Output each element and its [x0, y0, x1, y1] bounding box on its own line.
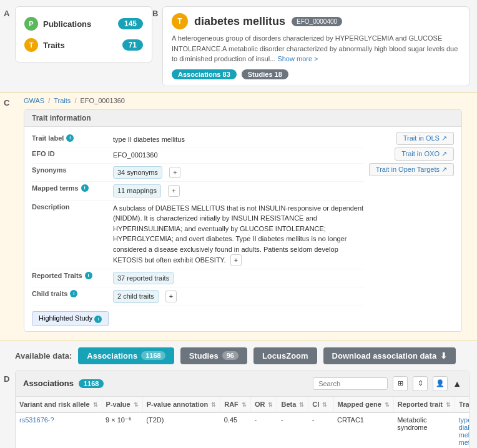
description-row: Description A subclass of DIABETES MELLI…: [32, 201, 364, 269]
cell-beta: -: [277, 412, 308, 449]
section-a-label: A: [4, 9, 9, 18]
traits-icon: T: [24, 38, 38, 52]
synonyms-val: 34 synonyms +: [113, 166, 364, 179]
columns-icon[interactable]: ⇕: [413, 376, 428, 391]
studies-button[interactable]: Studies 96: [180, 347, 247, 364]
publications-icon: P: [24, 17, 38, 31]
studies-btn-count: 96: [222, 351, 238, 360]
child-traits-row: Child traits i 2 child traits +: [32, 287, 364, 306]
col-mapped-gene[interactable]: Mapped gene ⇅: [333, 397, 393, 412]
reported-traits-info[interactable]: i: [85, 272, 92, 279]
ols-button[interactable]: Trait in OLS ↗: [396, 132, 454, 145]
publications-row: P Publications 145: [24, 13, 143, 34]
associations-title-text: Associations: [23, 379, 74, 388]
trait-label-val: type II diabetes mellitus: [113, 134, 364, 145]
available-data-label: Available data:: [15, 351, 72, 361]
studies-tag[interactable]: Studies 18: [242, 69, 288, 79]
mapped-terms-row: Mapped terms i 11 mappings +: [32, 182, 364, 201]
description-plus[interactable]: +: [230, 254, 242, 266]
associations-btn-count: 1168: [141, 351, 165, 360]
traits-row: T Traits 71: [24, 34, 143, 56]
search-input[interactable]: [313, 377, 388, 390]
locus-zoom-label: LocusZoom: [262, 351, 308, 361]
show-more-link[interactable]: Show more >: [277, 55, 318, 62]
cell-raf: 0.45: [220, 412, 251, 449]
publications-count: 145: [118, 18, 143, 29]
cell-pval-annot: (T2D): [142, 412, 220, 449]
cell-or: -: [250, 412, 277, 449]
grid-view-icon[interactable]: ⊞: [393, 376, 408, 391]
child-traits-plus[interactable]: +: [165, 291, 177, 302]
mappings-badge[interactable]: 11 mappings: [113, 184, 161, 197]
col-traits[interactable]: Trait(s) ⇅: [455, 397, 469, 412]
disease-name: diabetes mellitus: [194, 15, 285, 28]
reported-traits-val: 37 reported traits: [113, 272, 364, 285]
locus-zoom-button[interactable]: LocusZoom: [253, 347, 317, 364]
mappings-plus[interactable]: +: [168, 185, 179, 197]
settings-icon[interactable]: 👤: [433, 376, 448, 391]
download-label: Download association data: [332, 351, 437, 361]
cell-pvalue: 9 × 10⁻⁶: [102, 412, 142, 449]
breadcrumb: GWAS / Traits / EFO_0001360: [24, 97, 462, 104]
disease-icon: T: [172, 13, 188, 29]
open-targets-button[interactable]: Trait in Open Targets ↗: [369, 163, 454, 176]
breadcrumb-traits[interactable]: Traits: [54, 97, 71, 104]
table-row: rs531676-?9 × 10⁻⁶(T2D)0.45---CRTAC1Meta…: [16, 412, 469, 449]
child-traits-badge[interactable]: 2 child traits: [113, 290, 159, 303]
associations-tag[interactable]: Associations 83: [172, 69, 237, 79]
col-ci[interactable]: CI ⇅: [308, 397, 333, 412]
associations-title: Associations 1168: [23, 379, 104, 388]
associations-button[interactable]: Associations 1168: [78, 347, 174, 364]
collapse-button[interactable]: ▲: [453, 379, 461, 389]
traits-count: 71: [122, 39, 143, 51]
col-beta[interactable]: Beta ⇅: [277, 397, 308, 412]
cell-variant[interactable]: rs531676-?: [16, 412, 102, 449]
trait-info-header: Trait information: [24, 110, 461, 127]
studies-btn-label: Studies: [189, 351, 219, 361]
trait-label-info[interactable]: i: [66, 134, 74, 142]
cell-traits[interactable]: type ii diabetes mellitus, metabolic syn…: [455, 412, 469, 449]
section-d-label: D: [4, 374, 9, 384]
efo-id-row: EFO ID EFO_0001360: [32, 147, 364, 164]
reported-traits-row: Reported Traits i 37 reported traits: [32, 269, 364, 288]
col-pval-annot[interactable]: P-value annotation ⇅: [142, 397, 220, 412]
highlighted-study-info[interactable]: i: [94, 316, 102, 323]
child-traits-val: 2 child traits +: [113, 290, 364, 303]
trait-label-row: Trait label i type II diabetes mellitus: [32, 132, 364, 148]
cell-mapped-gene: CRTAC1: [333, 412, 393, 449]
mapped-terms-info[interactable]: i: [81, 184, 89, 192]
oxo-button[interactable]: Trait in OXO ↗: [395, 147, 454, 161]
col-pvalue[interactable]: P-value ⇅: [102, 397, 142, 412]
mapped-terms-val: 11 mappings +: [113, 184, 364, 197]
traits-label: Traits: [43, 41, 65, 50]
child-traits-info[interactable]: i: [70, 290, 77, 297]
highlighted-study-button[interactable]: Highlighted Study i: [32, 311, 109, 326]
synonyms-badge[interactable]: 34 synonyms: [113, 166, 162, 179]
associations-btn-label: Associations: [87, 351, 137, 361]
breadcrumb-efo: EFO_0001360: [80, 97, 125, 104]
col-or[interactable]: OR ⇅: [250, 397, 277, 412]
efo-badge: EFO_0000400: [292, 17, 342, 26]
download-button[interactable]: Download association data ⬇: [323, 347, 456, 364]
col-reported-trait[interactable]: Reported trait ⇅: [393, 397, 455, 412]
disease-description: A heterogeneous group of disorders chara…: [172, 33, 460, 64]
reported-traits-badge[interactable]: 37 reported traits: [113, 272, 174, 285]
efo-id-val: EFO_0001360: [113, 150, 364, 161]
col-variant[interactable]: Variant and risk allele ⇅: [16, 397, 102, 412]
download-icon: ⬇: [440, 351, 447, 361]
publications-label: Publications: [43, 19, 91, 29]
description-val: A subclass of DIABETES MELLITUS that is …: [113, 203, 364, 266]
associations-count-pill: 1168: [79, 379, 104, 388]
cell-ci: -: [308, 412, 333, 449]
breadcrumb-gwas[interactable]: GWAS: [24, 97, 44, 104]
section-c-label: C: [4, 98, 9, 107]
table-header-row: Variant and risk allele ⇅ P-value ⇅ P-va…: [16, 397, 469, 412]
synonyms-plus[interactable]: +: [169, 167, 180, 179]
col-raf[interactable]: RAF ⇅: [220, 397, 251, 412]
cell-reported-trait: Metabolic syndrome: [393, 412, 455, 449]
section-b-label: B: [152, 9, 158, 18]
synonyms-row: Synonyms 34 synonyms +: [32, 164, 364, 182]
